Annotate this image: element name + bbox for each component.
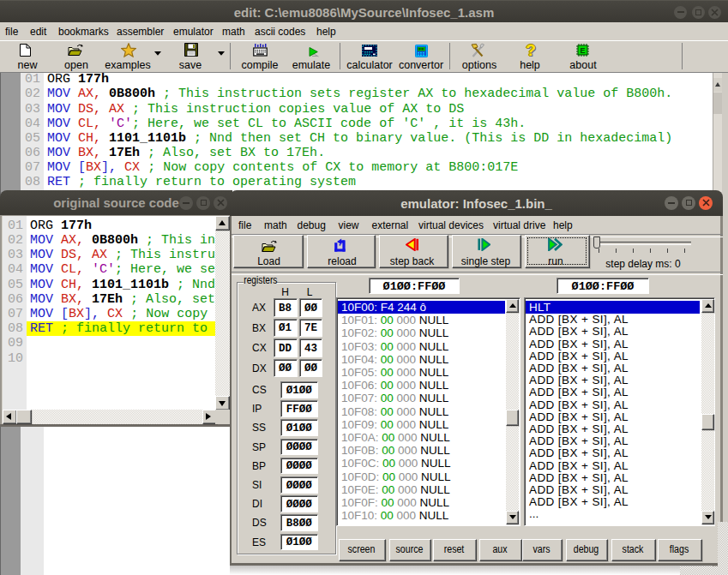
svg-text:E: E: [580, 46, 585, 55]
